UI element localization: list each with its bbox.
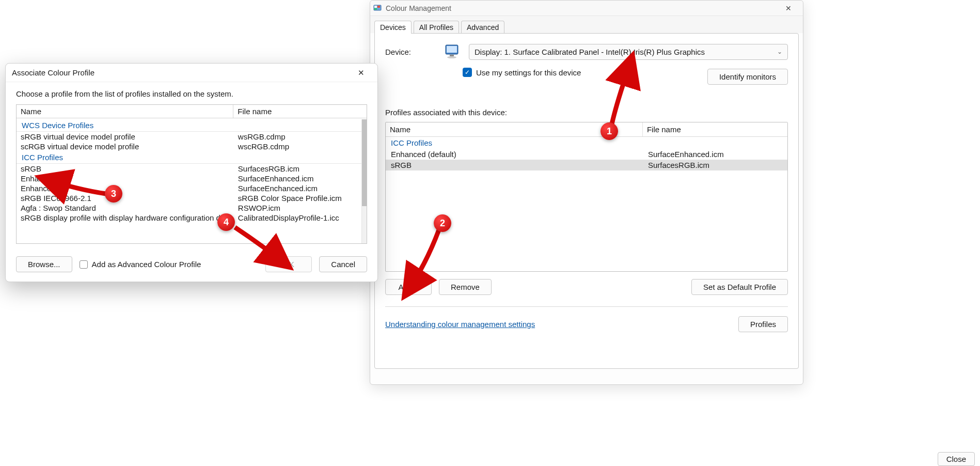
profiles-button[interactable]: Profiles (738, 316, 788, 332)
col-file[interactable]: File name (233, 105, 367, 118)
cancel-button[interactable]: Cancel (319, 256, 367, 272)
profile-list: Name File name WCS Device Profiles sRGB … (16, 104, 367, 244)
divider (385, 306, 788, 307)
devices-tab-content: Device: Display: 1. Surface Calibrated P… (374, 33, 799, 369)
profiles-table-body: ICC Profiles Enhanced (default) SurfaceE… (386, 137, 787, 170)
chevron-down-icon: ⌄ (777, 48, 782, 55)
profiles-heading: Profiles associated with this device: (385, 108, 788, 117)
group-icc: ICC Profiles (386, 137, 787, 149)
tab-advanced[interactable]: Advanced (461, 21, 504, 34)
col-file[interactable]: File name (643, 122, 787, 136)
scrollbar[interactable] (361, 119, 367, 243)
profile-list-body[interactable]: WCS Device Profiles sRGB virtual device … (17, 119, 361, 243)
remove-profile-button[interactable]: Remove (439, 279, 492, 295)
close-icon: ✕ (785, 5, 792, 12)
group-icc: ICC Profiles (17, 151, 361, 164)
svg-point-7 (447, 56, 456, 58)
understanding-link[interactable]: Understanding colour management settings (385, 320, 535, 329)
use-my-settings-checkbox[interactable]: ✓ (463, 68, 472, 77)
list-item[interactable]: Agfa : Swop Standard RSWOP.icm (17, 203, 361, 213)
svg-rect-5 (447, 46, 457, 53)
colour-management-icon (373, 4, 382, 12)
list-item[interactable]: sRGB display profile with display hardwa… (17, 213, 361, 223)
annotation-badge-2: 2 (434, 214, 451, 232)
device-select-value: Display: 1. Surface Calibrated Panel - I… (475, 48, 705, 56)
profile-list-header: Name File name (17, 105, 367, 118)
list-item[interactable]: sRGB virtual device model profile wsRGB.… (17, 132, 361, 142)
close-icon: ✕ (358, 68, 365, 77)
cell-file: SurfaceEnhanced.icm (643, 149, 787, 160)
profiles-actions: Add... Remove Set as Default Profile (385, 279, 788, 295)
bottom-row: Understanding colour management settings… (385, 316, 788, 332)
set-default-profile-button[interactable]: Set as Default Profile (691, 279, 788, 295)
identify-monitors-button[interactable]: Identify monitors (707, 69, 788, 85)
device-select[interactable]: Display: 1. Surface Calibrated Panel - I… (469, 44, 788, 60)
browse-button[interactable]: Browse... (16, 256, 72, 272)
annotation-badge-3: 3 (105, 185, 122, 203)
colour-management-window: Colour Management ✕ Devices All Profiles… (370, 0, 803, 385)
col-name[interactable]: Name (17, 105, 233, 118)
device-label: Device: (385, 48, 437, 56)
window-title: Colour Management (386, 4, 451, 12)
outer-button-row: Close (541, 449, 975, 466)
add-advanced-label: Add as Advanced Colour Profile (92, 260, 201, 269)
window-titlebar: Colour Management ✕ (370, 1, 803, 16)
dialog-instruction: Choose a profile from the list of profil… (16, 89, 367, 98)
dialog-close-button[interactable]: ✕ (351, 64, 371, 82)
window-close-button[interactable]: ✕ (777, 1, 800, 16)
add-advanced-checkbox-label[interactable]: Add as Advanced Colour Profile (80, 260, 201, 269)
ok-button[interactable]: OK (265, 256, 312, 272)
list-item[interactable]: scRGB virtual device model profile wscRG… (17, 142, 361, 151)
cell-file: SurfacesRGB.icm (643, 160, 787, 170)
profiles-table-header: Name File name (386, 122, 787, 137)
list-item[interactable]: Enhanced SurfaceEnhanced.icm (17, 174, 361, 183)
list-item[interactable]: Enhanced SurfaceEnchanced.icm (17, 183, 361, 193)
svg-rect-6 (450, 55, 454, 56)
monitor-icon (444, 43, 462, 60)
tab-devices[interactable]: Devices (374, 21, 412, 34)
dialog-footer: Browse... Add as Advanced Colour Profile… (6, 249, 377, 282)
cell-name: sRGB (386, 160, 643, 170)
dialog-title: Associate Colour Profile (12, 68, 94, 77)
group-wcs: WCS Device Profiles (17, 119, 361, 132)
table-row[interactable]: Enhanced (default) SurfaceEnhanced.icm (386, 149, 787, 160)
use-my-settings-label: Use my settings for this device (476, 68, 581, 77)
add-advanced-checkbox[interactable] (80, 260, 88, 269)
list-item[interactable]: sRGB IEC61966-2.1 sRGB Color Space Profi… (17, 193, 361, 203)
svg-rect-1 (374, 6, 377, 8)
profiles-table: Name File name ICC Profiles Enhanced (de… (385, 122, 788, 272)
scrollbar-thumb[interactable] (362, 119, 367, 206)
dialog-titlebar: Associate Colour Profile ✕ (6, 64, 377, 82)
device-row: Device: Display: 1. Surface Calibrated P… (385, 43, 788, 60)
svg-rect-2 (377, 6, 380, 8)
tab-bar: Devices All Profiles Advanced (370, 16, 803, 33)
tab-all-profiles[interactable]: All Profiles (414, 21, 459, 34)
svg-rect-3 (374, 8, 377, 10)
associate-profile-dialog: Associate Colour Profile ✕ Choose a prof… (5, 63, 378, 282)
list-item[interactable]: sRGB SurfacesRGB.icm (17, 164, 361, 174)
add-profile-button[interactable]: Add... (385, 279, 432, 295)
annotation-badge-1: 1 (600, 122, 618, 140)
cell-name: Enhanced (default) (386, 149, 643, 160)
close-button[interactable]: Close (938, 452, 975, 466)
annotation-badge-4: 4 (217, 213, 235, 231)
table-row[interactable]: sRGB SurfacesRGB.icm (386, 160, 787, 170)
